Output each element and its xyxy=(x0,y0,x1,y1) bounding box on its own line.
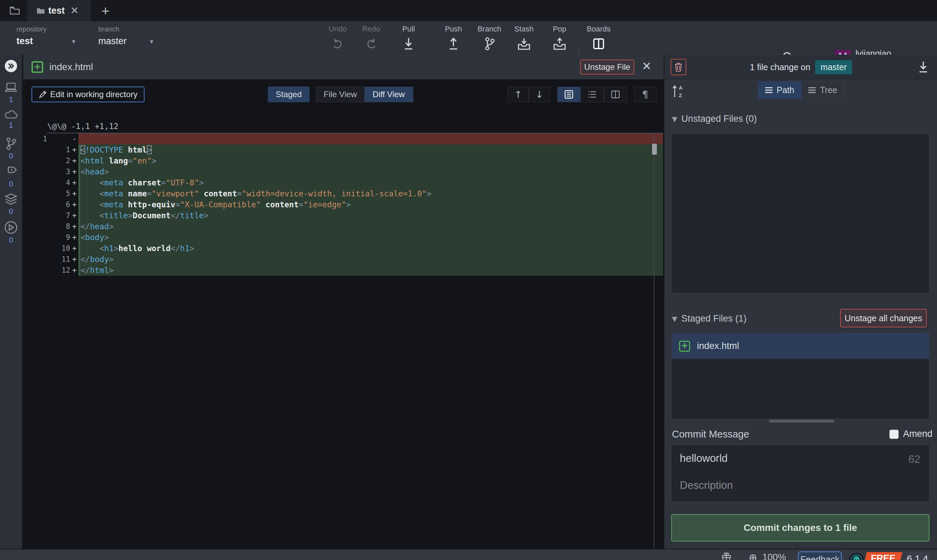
tab-test[interactable]: test ✕ xyxy=(27,0,91,21)
plan-badge[interactable]: FREE xyxy=(863,552,902,560)
split-view-button[interactable] xyxy=(604,86,627,102)
zoom-icon[interactable]: ⊕ xyxy=(749,551,757,560)
redo-button[interactable]: Redo xyxy=(355,25,387,53)
next-hunk-button[interactable]: ↓ xyxy=(529,86,550,102)
staged-header-label: Staged Files (1) xyxy=(681,313,747,324)
staged-toggle-button[interactable]: Staged xyxy=(268,86,310,102)
diff-line[interactable]: 5+ <meta name="viewport" content="width=… xyxy=(39,188,663,199)
pop-button[interactable]: Pop xyxy=(543,25,576,53)
diff-line[interactable]: 9+<body> xyxy=(39,232,663,243)
sidebar-expand-button[interactable] xyxy=(0,60,22,72)
diff-line-content: <meta name="viewport" content="width=dev… xyxy=(79,188,663,199)
boards-button[interactable]: Boards xyxy=(582,25,615,53)
tree-view-button[interactable]: Tree xyxy=(801,82,844,98)
diff-line[interactable]: 2+<html lang="en"> xyxy=(39,155,663,166)
svg-text:A: A xyxy=(679,85,682,91)
unified-view-icon xyxy=(564,90,574,99)
diff-line-content: </html> xyxy=(79,265,663,276)
panel-resize-handle[interactable] xyxy=(769,420,834,423)
sidebar-item-submodules[interactable]: 0 xyxy=(0,221,22,245)
unstage-file-button[interactable]: Unstage File xyxy=(580,60,634,75)
pull-button[interactable]: Pull xyxy=(392,25,425,53)
collapse-triangle-icon: ▼ xyxy=(672,315,677,323)
wip-summary-text: 1 file change on xyxy=(750,62,810,72)
tab-close-icon[interactable]: ✕ xyxy=(70,6,79,16)
staged-file-name: index.html xyxy=(697,341,739,351)
hunk-nav-group: ↑ ↓ xyxy=(508,86,550,102)
diff-line[interactable]: 3+<head> xyxy=(39,166,663,177)
diff-line[interactable]: 6+ <meta http-equiv="X-UA-Compatible" co… xyxy=(39,199,663,210)
sidebar-item-remote[interactable]: 1 xyxy=(0,109,22,130)
commit-message-box: 62 xyxy=(671,445,929,502)
close-diff-icon[interactable]: ✕ xyxy=(642,60,652,72)
repository-selector[interactable]: repository test ▾ xyxy=(17,25,75,46)
trash-icon xyxy=(674,62,682,72)
path-view-button[interactable]: Path xyxy=(758,82,801,98)
diff-scrollbar-track[interactable] xyxy=(654,134,655,549)
stash-label: Stash xyxy=(514,25,534,34)
pop-icon xyxy=(553,36,567,51)
discard-changes-button[interactable] xyxy=(671,59,686,75)
amend-checkbox[interactable] xyxy=(889,430,898,439)
branch-button[interactable]: Branch xyxy=(473,25,506,53)
undo-icon xyxy=(332,36,344,51)
repo-management-button[interactable] xyxy=(8,5,21,17)
diff-line[interactable]: 11+</body> xyxy=(39,254,663,265)
version-badge[interactable]: 6.1.4 xyxy=(905,552,930,560)
whitespace-toggle-button[interactable]: ¶ xyxy=(634,86,656,102)
diff-line[interactable]: 7+ <title>Document</title> xyxy=(39,210,663,221)
file-view-button[interactable]: File View xyxy=(316,87,364,102)
zoom-level[interactable]: 100% xyxy=(763,552,786,560)
sidebar-item-pull-requests[interactable]: 0 xyxy=(0,137,22,160)
sidebar-item-stashes[interactable]: 0 xyxy=(0,193,22,216)
push-label: Push xyxy=(445,25,462,34)
unstage-all-button[interactable]: Unstage all changes xyxy=(840,309,927,328)
unstaged-section-header[interactable]: ▼ Unstaged Files (0) xyxy=(672,114,757,124)
sort-files-button[interactable]: A Z xyxy=(671,84,685,98)
kraken-status-button[interactable] xyxy=(849,552,864,560)
new-tab-button[interactable]: + xyxy=(99,4,112,18)
previous-hunk-button[interactable]: ↑ xyxy=(508,86,529,102)
remote-count: 1 xyxy=(9,121,13,130)
push-button[interactable]: Push xyxy=(437,25,470,53)
branch-selector[interactable]: branch master ▾ xyxy=(98,25,153,46)
diff-line-content: </head> xyxy=(79,221,663,232)
diff-scrollbar-thumb[interactable] xyxy=(652,144,657,155)
file-added-icon: + xyxy=(679,341,690,352)
repository-label: repository xyxy=(17,25,75,33)
inline-view-button[interactable] xyxy=(580,86,604,102)
diff-line[interactable]: 12+</html> xyxy=(39,265,663,276)
edit-in-working-directory-button[interactable]: Edit in working directory xyxy=(31,86,145,102)
gift-button[interactable] xyxy=(721,552,732,560)
diff-line[interactable]: 1+<!DOCTYPE html> xyxy=(39,145,663,155)
sidebar-item-tags[interactable]: 0 xyxy=(0,165,22,189)
feedback-button[interactable]: Feedback xyxy=(798,551,842,560)
diff-view-button[interactable]: Diff View xyxy=(364,87,413,102)
staged-file-row[interactable]: + index.html xyxy=(671,333,929,359)
commit-description-input[interactable] xyxy=(680,475,920,496)
diff-line[interactable]: 10+ <h1>hello world</h1> xyxy=(39,243,663,254)
main-toolbar: repository test ▾ › branch master ▾ Undo… xyxy=(0,21,937,55)
staged-section-header[interactable]: ▼ Staged Files (1) xyxy=(672,313,747,324)
list-icon xyxy=(765,86,773,94)
export-patch-button[interactable] xyxy=(918,61,929,73)
unified-view-button[interactable] xyxy=(557,86,580,102)
diff-line-content xyxy=(79,134,663,145)
stash-button[interactable]: Stash xyxy=(508,25,540,53)
pull-request-count: 0 xyxy=(9,152,13,160)
diff-line[interactable]: 4+ <meta charset="UTF-8"> xyxy=(39,177,663,188)
pencil-icon xyxy=(39,90,47,98)
sidebar-item-local[interactable]: 1 xyxy=(0,82,22,104)
commit-summary-input[interactable] xyxy=(680,451,885,466)
list-view-icon xyxy=(587,90,597,99)
boards-label: Boards xyxy=(587,25,611,34)
diff-line[interactable]: 1- xyxy=(39,134,663,145)
diff-line-content: <head> xyxy=(79,166,663,177)
undo-button[interactable]: Undo xyxy=(321,25,354,53)
commit-button[interactable]: Commit changes to 1 file xyxy=(671,514,929,542)
diff-line[interactable]: 8+</head> xyxy=(39,221,663,232)
tab-bar: test ✕ + xyxy=(0,0,937,21)
unstaged-header-label: Unstaged Files (0) xyxy=(681,114,757,124)
diff-mode-group xyxy=(557,86,627,102)
split-view-icon xyxy=(611,90,620,99)
